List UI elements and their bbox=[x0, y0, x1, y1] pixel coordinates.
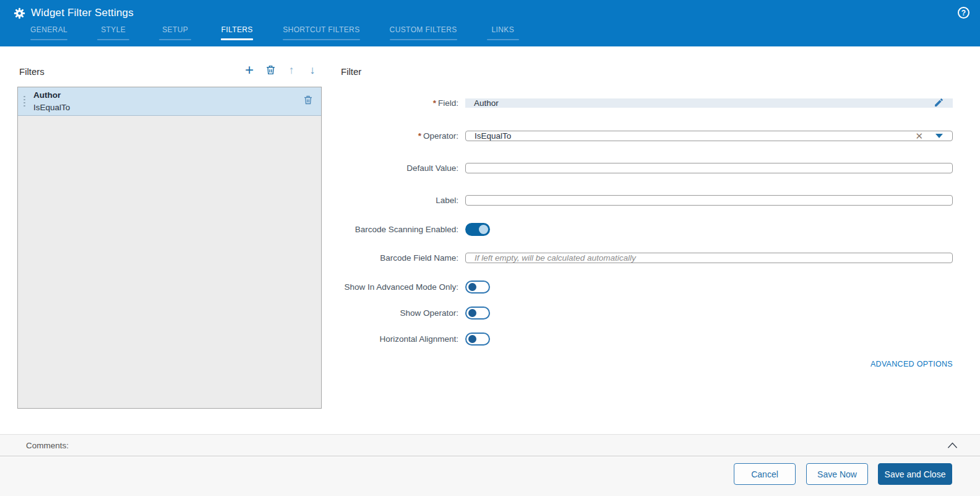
field-label: Field: bbox=[438, 98, 458, 108]
tab-style[interactable]: STYLE bbox=[90, 25, 137, 40]
cancel-button[interactable]: Cancel bbox=[734, 463, 796, 485]
default-value-label: Default Value: bbox=[341, 163, 465, 173]
filter-form-title: Filter bbox=[341, 66, 361, 77]
delete-item-button[interactable] bbox=[303, 95, 313, 108]
filter-item-name: Author bbox=[33, 89, 303, 102]
show-operator-toggle[interactable] bbox=[465, 307, 490, 320]
delete-filter-button[interactable] bbox=[264, 64, 277, 76]
filter-item-operator: IsEqualTo bbox=[33, 102, 303, 113]
advanced-mode-label: Show In Advanced Mode Only: bbox=[341, 282, 465, 292]
required-marker: * bbox=[418, 131, 421, 141]
clear-icon[interactable]: ✕ bbox=[915, 131, 923, 142]
horizontal-alignment-label: Horizontal Alignment: bbox=[341, 334, 465, 344]
default-value-input[interactable] bbox=[465, 163, 953, 173]
gear-icon bbox=[14, 7, 25, 19]
filters-toolbar: + ↑ ↓ bbox=[243, 64, 319, 76]
tab-bar: GENERAL STYLE SETUP FILTERS SHORTCUT FIL… bbox=[23, 25, 980, 40]
tab-links[interactable]: LINKS bbox=[479, 25, 527, 40]
barcode-scanning-label: Barcode Scanning Enabled: bbox=[341, 225, 465, 234]
tab-custom-filters[interactable]: CUSTOM FILTERS bbox=[382, 25, 465, 40]
footer-bar: Cancel Save Now Save and Close bbox=[0, 457, 980, 496]
chevron-up-icon bbox=[947, 442, 958, 449]
operator-select[interactable]: IsEqualTo ✕ bbox=[465, 131, 953, 141]
collapse-comments-button[interactable] bbox=[947, 442, 958, 449]
advanced-mode-toggle[interactable] bbox=[465, 281, 490, 294]
add-filter-button[interactable]: + bbox=[243, 64, 256, 76]
tab-setup[interactable]: SETUP bbox=[152, 25, 199, 40]
required-marker: * bbox=[433, 98, 436, 108]
advanced-options-link[interactable]: ADVANCED OPTIONS bbox=[870, 360, 953, 368]
header-bar: Widget Filter Settings ? GENERAL STYLE S… bbox=[0, 0, 980, 46]
label-input[interactable] bbox=[465, 195, 953, 206]
comments-bar: Comments: bbox=[0, 434, 980, 456]
filter-list-item[interactable]: Author IsEqualTo bbox=[18, 87, 321, 116]
horizontal-alignment-toggle[interactable] bbox=[465, 333, 490, 346]
field-value-box: Author bbox=[465, 98, 953, 108]
filter-form: *Field: Author *Operator: IsEqualTo ✕ bbox=[341, 87, 953, 368]
filters-panel-title: Filters bbox=[19, 66, 45, 77]
filter-list: Author IsEqualTo bbox=[17, 87, 322, 409]
move-down-button[interactable]: ↓ bbox=[306, 64, 319, 76]
drag-handle-icon[interactable] bbox=[22, 96, 27, 107]
tab-shortcut-filters[interactable]: SHORTCUT FILTERS bbox=[275, 25, 367, 40]
operator-label: Operator: bbox=[423, 131, 458, 141]
trash-icon bbox=[303, 95, 313, 105]
tab-general[interactable]: GENERAL bbox=[23, 25, 75, 40]
label-field-label: Label: bbox=[341, 196, 465, 205]
field-value: Author bbox=[474, 98, 499, 108]
barcode-field-name-input[interactable] bbox=[465, 253, 953, 263]
operator-value: IsEqualTo bbox=[475, 131, 511, 141]
page-title: Widget Filter Settings bbox=[31, 7, 134, 19]
help-icon[interactable]: ? bbox=[958, 7, 969, 19]
save-now-button[interactable]: Save Now bbox=[806, 463, 868, 485]
pencil-icon bbox=[934, 97, 944, 108]
chevron-down-icon[interactable] bbox=[935, 134, 943, 138]
trash-icon bbox=[265, 64, 276, 76]
show-operator-label: Show Operator: bbox=[341, 308, 465, 318]
edit-field-button[interactable] bbox=[934, 97, 944, 110]
barcode-field-name-label: Barcode Field Name: bbox=[341, 253, 465, 263]
comments-label: Comments: bbox=[26, 441, 947, 450]
move-up-button[interactable]: ↑ bbox=[285, 64, 298, 76]
save-and-close-button[interactable]: Save and Close bbox=[878, 463, 952, 485]
tab-filters[interactable]: FILTERS bbox=[213, 25, 260, 40]
barcode-scanning-toggle[interactable] bbox=[465, 223, 490, 236]
